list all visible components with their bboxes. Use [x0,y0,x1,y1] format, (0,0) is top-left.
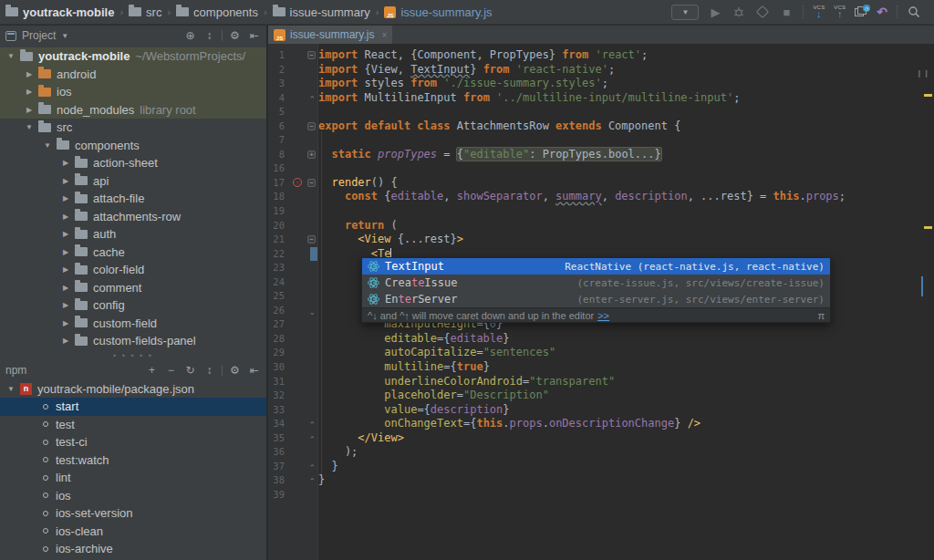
tree-item-custom-fields-panel[interactable]: ▶custom-fields-panel [0,332,266,350]
project-settings-gear-icon[interactable]: ⚙ [228,29,242,42]
completion-item[interactable]: CreateIssue(create-issue.js, src/views/c… [362,275,830,291]
code-line-33[interactable]: 33 value={description} [268,403,934,418]
error-stripe[interactable]: ❙❙ [921,62,934,560]
chevron-right-icon[interactable]: ▶ [60,230,71,238]
project-view-dropdown-icon[interactable]: ▼ [61,32,68,40]
npm-script-ios-set-version[interactable]: ios-set-version [0,504,266,523]
run-configuration-select[interactable]: ▼ [671,5,699,20]
breadcrumb-item[interactable]: src [129,5,161,19]
code-line-5[interactable]: 5 [268,105,934,119]
code-line-39[interactable]: 39 [268,488,934,503]
expand-icon[interactable]: ↕ [202,364,216,377]
code-line-17[interactable]: 17↑− render() { [268,176,934,191]
scrollbar-grip[interactable]: ❙❙ [917,69,930,78]
tab-close-icon[interactable]: × [381,30,387,40]
code-line-30[interactable]: 30 multiline={true} [268,360,934,375]
breadcrumb-item[interactable]: JSissue-summary.js [384,5,492,19]
code-line-20[interactable]: 20 return ( [268,219,934,233]
stop-icon[interactable]: ■ [779,5,794,19]
tree-item-components[interactable]: ▼components [0,137,266,155]
fold-collapse-icon[interactable]: − [307,235,316,244]
npm-script-ios[interactable]: ios [0,487,266,505]
tree-item-custom-field[interactable]: ▶custom-field [0,315,266,333]
tab-issue-summary-js[interactable]: JS issue-summary.js × [268,26,392,44]
warning-mark[interactable] [924,94,932,97]
chevron-down-icon[interactable]: ▼ [24,123,35,131]
fold-collapse-icon[interactable]: − [307,122,316,130]
code-line-19[interactable]: 19 [268,204,934,219]
fold-expand-icon[interactable]: + [307,150,316,159]
npm-script-test-ci[interactable]: test-ci [0,433,266,451]
tree-item-auth[interactable]: ▶auth [0,225,266,244]
tree-item-comment[interactable]: ▶comment [0,279,266,297]
chevron-right-icon[interactable]: ▶ [60,159,71,167]
code-line-4[interactable]: 4⌃import MultilineInput from '../multili… [268,91,934,106]
code-line-2[interactable]: 2import {View, TextInput} from 'react-na… [268,63,934,78]
npm-script-start[interactable]: start [0,398,266,416]
tree-item-attach-file[interactable]: ▶attach-file [0,190,266,208]
tree-item-config[interactable]: ▶config [0,296,266,315]
npm-settings-gear-icon[interactable]: ⚙ [228,364,242,377]
tree-item-attachments-row[interactable]: ▶attachments-row [0,208,266,226]
fold-collapse-icon[interactable]: − [307,51,316,59]
completion-hint-link[interactable]: >> [597,310,609,321]
chevron-right-icon[interactable]: ▶ [60,265,71,274]
code-line-31[interactable]: 31 underlineColorAndroid="transparent" [268,375,934,389]
chevron-right-icon[interactable]: ▶ [60,248,71,256]
breadcrumb-item[interactable]: issue-summary [273,5,370,19]
local-changes-icon[interactable]: ◷ [855,6,867,17]
npm-root-package-json[interactable]: ▼nyoutrack-mobile/package.json [0,380,266,399]
chevron-right-icon[interactable]: ▶ [60,194,71,202]
tree-item-src[interactable]: ▼src [0,119,266,137]
undo-icon[interactable]: ↶ [877,5,887,19]
breadcrumb-item[interactable]: youtrack-mobile [5,5,114,19]
code-line-32[interactable]: 32 placeholder="Description" [268,389,934,403]
locate-file-icon[interactable]: ⊕ [183,29,197,42]
chevron-right-icon[interactable]: ▶ [60,319,71,327]
remove-script-icon[interactable]: − [164,364,178,377]
chevron-right-icon[interactable]: ▶ [24,106,35,114]
hide-npm-panel-icon[interactable]: ⇤ [247,364,261,377]
search-everywhere-icon[interactable] [907,5,921,19]
code-line-37[interactable]: 37⌃ } [268,460,934,474]
npm-script-ios-clean[interactable]: ios-clean [0,523,266,541]
vcs-update-icon[interactable]: VCS ↓ [813,5,825,19]
chevron-right-icon[interactable]: ▶ [60,284,71,292]
completion-item[interactable]: TextInputReactNative (react-native.js, r… [362,258,830,275]
code-line-8[interactable]: 8+ static propTypes = {"editable": PropT… [268,148,934,162]
debug-icon[interactable] [732,5,746,19]
npm-script-lint[interactable]: lint [0,469,266,487]
code-line-35[interactable]: 35⌃ </View> [268,431,934,446]
run-with-coverage-icon[interactable] [755,5,770,19]
code-line-1[interactable]: 1−import React, {Component, PropTypes} f… [268,48,934,63]
folded-code-region[interactable]: {"editable": PropTypes.bool...} [457,148,661,161]
chevron-right-icon[interactable]: ▶ [24,70,35,78]
refresh-scripts-icon[interactable]: ↻ [183,364,197,377]
npm-script-test[interactable]: test [0,416,266,434]
code-line-28[interactable]: 28 editable={editable} [268,332,934,347]
tree-item-cache[interactable]: ▶cache [0,244,266,262]
code-line-34[interactable]: 34⌃ onChangeText={this.props.onDescripti… [268,417,934,431]
npm-script-ios-archive[interactable]: ios-archive [0,540,266,558]
chevron-right-icon[interactable]: ▶ [60,177,71,185]
add-script-icon[interactable]: + [145,364,159,377]
fold-collapse-icon[interactable]: − [307,179,316,187]
vcs-commit-icon[interactable]: VCS ↑ [834,5,846,19]
code-line-21[interactable]: 21− <View {...rest}> [268,233,934,247]
chevron-right-icon[interactable]: ▶ [60,337,71,345]
code-line-38[interactable]: 38⌃} [268,473,934,488]
tree-item-youtrack-mobile[interactable]: ▼youtrack-mobile~/WebstormProjects/ [0,47,266,66]
chevron-right-icon[interactable]: ▶ [24,88,35,96]
code-line-18[interactable]: 18 const {editable, showSeparator, summa… [268,190,934,204]
npm-script-test:watch[interactable]: test:watch [0,451,266,470]
panel-splitter[interactable]: • • • • • [0,350,266,362]
chevron-right-icon[interactable]: ▶ [60,213,71,221]
relevance-sort-icon[interactable]: π [609,310,825,321]
tree-item-color-field[interactable]: ▶color-field [0,261,266,279]
code-line-16[interactable]: 16 [268,161,934,176]
code-line-7[interactable]: 7 [268,133,934,148]
tree-item-android[interactable]: ▶android [0,66,266,84]
chevron-down-icon[interactable]: ▼ [42,141,53,150]
completion-item[interactable]: EnterServer(enter-server.js, src/views/e… [362,291,830,307]
chevron-right-icon[interactable]: ▶ [60,301,71,309]
